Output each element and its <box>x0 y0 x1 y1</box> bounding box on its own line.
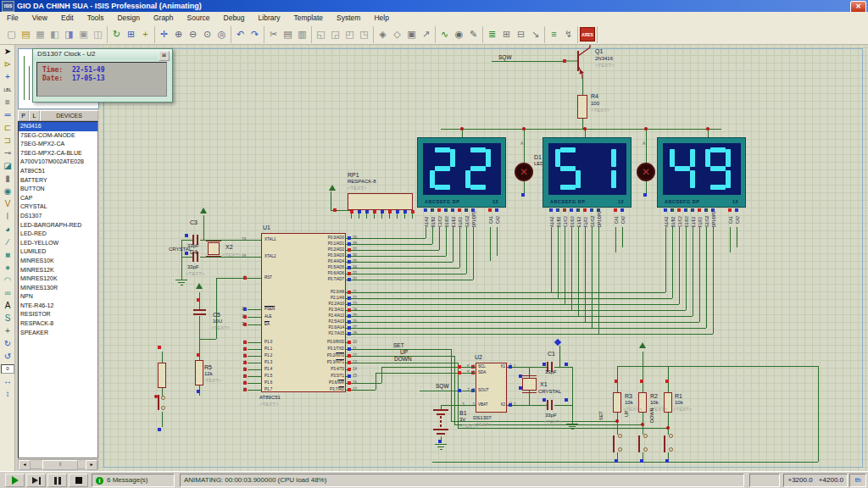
pan-icon[interactable]: ✛ <box>157 27 171 42</box>
junction-dot-mode-icon[interactable]: + <box>1 71 14 83</box>
device-item-respack-8[interactable]: RESPACK-8 <box>19 319 97 329</box>
led-d1[interactable]: ✕ <box>515 163 533 181</box>
device-item-npn[interactable]: NPN <box>19 292 97 302</box>
device-pin-mode-icon[interactable]: ⊸ <box>1 147 14 159</box>
new-sheet-icon[interactable]: ⊞ <box>499 27 514 42</box>
play-button[interactable] <box>5 474 25 487</box>
open-design-icon[interactable]: ▤ <box>19 27 33 42</box>
redo-icon[interactable]: ↷ <box>248 27 262 42</box>
device-item-lumiled[interactable]: LUMILED <box>19 247 97 257</box>
led-d2[interactable]: ✕ <box>637 163 655 181</box>
menu-item-template[interactable]: Template <box>287 12 331 25</box>
close-button[interactable]: ✕ <box>850 1 866 13</box>
save-design-icon[interactable]: ▦ <box>33 27 47 42</box>
menu-item-edit[interactable]: Edit <box>54 12 81 25</box>
scroll-right-arrow[interactable]: ▸ <box>86 460 97 470</box>
menu-item-debug[interactable]: Debug <box>217 12 252 25</box>
terminal-mode-icon[interactable]: ⊐ <box>1 135 14 147</box>
2d-arc-mode-icon[interactable]: ◠ <box>1 274 14 286</box>
subcircuit-mode-icon[interactable]: ⊏ <box>1 122 14 134</box>
step-button[interactable] <box>26 474 46 487</box>
device-item-led-bargraph-red[interactable]: LED-BARGRAPH-RED <box>19 221 97 230</box>
menu-item-view[interactable]: View <box>25 12 54 25</box>
library-button[interactable]: L <box>29 110 40 121</box>
block-copy-icon[interactable]: ◱ <box>314 27 328 42</box>
popup-close-icon[interactable]: ⊠ <box>159 51 170 61</box>
wire-autorouter-icon[interactable]: ∿ <box>437 27 452 42</box>
menu-item-library[interactable]: Library <box>252 12 287 25</box>
device-item-crystal[interactable]: CRYSTAL <box>19 202 97 212</box>
device-item-nte-r46-12[interactable]: NTE-R46-12 <box>19 302 97 311</box>
stop-button[interactable] <box>69 474 88 487</box>
graph-mode-icon[interactable]: ◪ <box>1 160 14 172</box>
device-item-battery[interactable]: BATTERY <box>19 176 97 186</box>
paste-icon[interactable]: ▥ <box>295 27 309 42</box>
mark-output-area-icon[interactable]: ◫ <box>91 27 105 42</box>
device-item-cap[interactable]: CAP <box>19 194 97 203</box>
decompose-icon[interactable]: ↗ <box>419 27 433 42</box>
zoom-in-icon[interactable]: ⊕ <box>171 27 186 42</box>
respack-rp1[interactable] <box>348 193 413 210</box>
menu-item-graph[interactable]: Graph <box>147 12 181 25</box>
device-item-minres10k[interactable]: MINRES10K <box>19 257 97 266</box>
text-script-mode-icon[interactable]: ≡ <box>1 97 14 108</box>
bus-mode-icon[interactable]: ═ <box>1 109 14 121</box>
scroll-left-arrow[interactable]: ◂ <box>19 460 31 470</box>
2d-text-mode-icon[interactable]: A <box>1 300 14 312</box>
design-explorer-icon[interactable]: ≣ <box>485 27 499 42</box>
block-move-icon[interactable]: ◲ <box>328 27 342 42</box>
goto-sheet-icon[interactable]: ↘ <box>528 27 542 42</box>
menu-item-help[interactable]: Help <box>367 12 395 25</box>
selection-pointer-icon[interactable]: ➤ <box>1 46 14 58</box>
popup-title-bar[interactable]: DS1307 Clock - U2 <box>33 49 172 60</box>
zoom-view-icon[interactable]: ⊙ <box>200 27 214 42</box>
schematic-editing-canvas[interactable]: Q12N3416<TEXT>SQWR4100<TEXT>RP1RESPACK-8… <box>100 45 868 471</box>
pause-button[interactable] <box>47 474 67 487</box>
resistor-r3[interactable] <box>613 392 621 413</box>
print-icon[interactable]: ▣ <box>76 27 91 42</box>
refresh-icon[interactable]: ↻ <box>109 27 124 42</box>
mirror-x-icon[interactable]: ↔ <box>1 375 14 387</box>
device-item-7seg-com-anode[interactable]: 7SEG-COM-ANODE <box>19 131 97 141</box>
undo-icon[interactable]: ↶ <box>233 27 248 42</box>
2d-box-mode-icon[interactable]: ■ <box>1 249 14 261</box>
component-mode-icon[interactable]: ⊳ <box>1 58 14 70</box>
pick-parts-button[interactable]: P <box>18 110 29 121</box>
device-item-a700v107m002ate028[interactable]: A700V107M002ATE028 <box>19 158 97 167</box>
rotation-angle-field[interactable]: 0 <box>1 364 14 374</box>
menu-item-file[interactable]: File <box>0 12 25 25</box>
cut-icon[interactable]: ✂ <box>266 27 281 42</box>
block-rotate-icon[interactable]: ◰ <box>342 27 357 42</box>
menu-item-source[interactable]: Source <box>181 12 217 25</box>
toggle-grid-icon[interactable]: ⊞ <box>124 27 138 42</box>
scroll-thumb[interactable]: ⦀ <box>42 460 78 470</box>
2d-line-mode-icon[interactable]: ∕ <box>1 236 14 248</box>
current-probe-mode-icon[interactable]: I <box>1 211 14 223</box>
zoom-all-icon[interactable]: ◎ <box>214 27 229 42</box>
toggle-origin-icon[interactable]: + <box>138 27 153 42</box>
wire-label-mode-icon[interactable]: LBL <box>1 84 14 96</box>
electrical-check-icon[interactable]: ↯ <box>561 27 576 42</box>
menu-item-system[interactable]: System <box>330 12 367 25</box>
device-item-7seg-mpx2-ca[interactable]: 7SEG-MPX2-CA <box>19 140 97 149</box>
new-design-icon[interactable]: ▢ <box>4 27 19 42</box>
copy-icon[interactable]: ▤ <box>281 27 295 42</box>
device-item-minres130r[interactable]: MINRES130R <box>19 284 97 293</box>
device-item-minres12k[interactable]: MINRES12K <box>19 266 97 275</box>
pick-device-icon[interactable]: ◈ <box>376 27 390 42</box>
packaging-tool-icon[interactable]: ▣ <box>404 27 419 42</box>
menu-item-design[interactable]: Design <box>110 12 146 25</box>
import-section-icon[interactable]: ◧ <box>47 27 62 42</box>
netlist-to-ares-icon[interactable]: ARES <box>580 27 595 42</box>
crystal-x1[interactable] <box>522 378 537 391</box>
seven-segment-display-3[interactable]: ABCDEFG DP12 <box>657 137 746 208</box>
2d-path-mode-icon[interactable]: ∞ <box>1 287 14 299</box>
device-item-led-red[interactable]: LED-RED <box>19 230 97 239</box>
device-item-speaker[interactable]: SPEAKER <box>19 329 97 338</box>
device-item-7seg-mpx2-ca-blue[interactable]: 7SEG-MPX2-CA-BLUE <box>19 149 97 158</box>
2d-circle-mode-icon[interactable]: ● <box>1 262 14 274</box>
device-item-at89c51[interactable]: AT89C51 <box>19 167 97 176</box>
device-item-resistor[interactable]: RESISTOR <box>19 310 97 319</box>
resistor-r4[interactable] <box>577 95 587 119</box>
rotate-anticlockwise-icon[interactable]: ↺ <box>1 351 14 363</box>
